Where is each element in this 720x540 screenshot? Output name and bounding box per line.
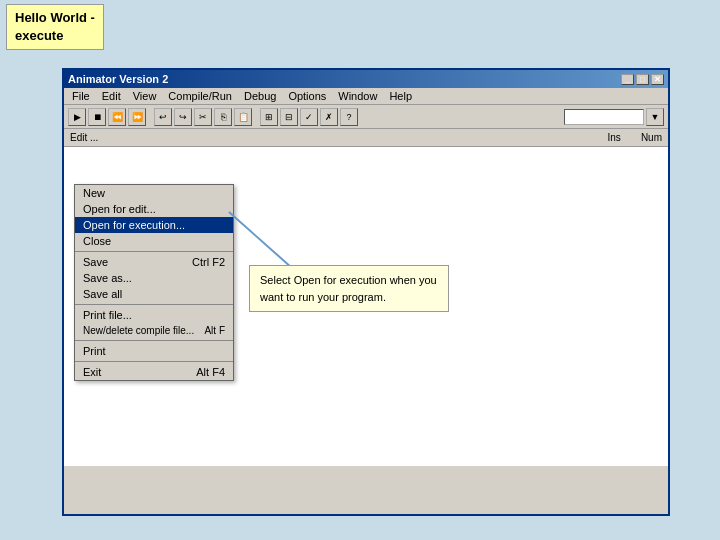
toolbar-dropdown-btn[interactable]: ▼ <box>646 108 664 126</box>
menu-debug[interactable]: Debug <box>238 89 282 103</box>
toolbar-btn-5[interactable]: ↩ <box>154 108 172 126</box>
window-title: Animator Version 2 <box>68 73 168 85</box>
callout-box: Select Open for execution when you want … <box>249 265 449 312</box>
title-bar: Animator Version 2 _ □ ✕ <box>64 70 668 88</box>
menu-help[interactable]: Help <box>383 89 418 103</box>
toolbar-btn-3[interactable]: ⏪ <box>108 108 126 126</box>
menu-edit[interactable]: Edit <box>96 89 127 103</box>
toolbar: ▶ ⏹ ⏪ ⏩ ↩ ↪ ✂ ⎘ 📋 ⊞ ⊟ ✓ ✗ ? ▼ <box>64 105 668 129</box>
menu-save-all[interactable]: Save all <box>75 286 233 302</box>
menu-open-edit[interactable]: Open for edit... <box>75 201 233 217</box>
toolbar-btn-10[interactable]: ⊞ <box>260 108 278 126</box>
menu-print-file[interactable]: Print file... <box>75 307 233 323</box>
animator-window: Animator Version 2 _ □ ✕ File Edit View … <box>62 68 670 516</box>
status-ins: Ins <box>608 132 621 143</box>
toolbar-btn-13[interactable]: ✗ <box>320 108 338 126</box>
callout-text: Select Open for execution when you want … <box>260 274 437 303</box>
menu-compile-run[interactable]: Compile/Run <box>162 89 238 103</box>
slide-title-line2: execute <box>15 28 63 43</box>
toolbar-btn-9[interactable]: 📋 <box>234 108 252 126</box>
menu-close[interactable]: Close <box>75 233 233 249</box>
menu-new-delete[interactable]: New/delete compile file...Alt F <box>75 323 233 338</box>
status-num: Num <box>641 132 662 143</box>
menu-view[interactable]: View <box>127 89 163 103</box>
window-controls: _ □ ✕ <box>621 74 664 85</box>
menu-options[interactable]: Options <box>282 89 332 103</box>
menu-save[interactable]: SaveCtrl F2 <box>75 254 233 270</box>
status-edit: Edit ... <box>70 132 98 143</box>
menu-print[interactable]: Print <box>75 343 233 359</box>
minimize-button[interactable]: _ <box>621 74 634 85</box>
menu-file[interactable]: File <box>66 89 96 103</box>
menu-window[interactable]: Window <box>332 89 383 103</box>
slide-title-line1: Hello World - <box>15 10 95 25</box>
status-line: Edit ... Ins Num <box>64 129 668 147</box>
toolbar-combo[interactable] <box>564 109 644 125</box>
close-button[interactable]: ✕ <box>651 74 664 85</box>
window-content: New Open for edit... Open for execution.… <box>64 147 668 540</box>
toolbar-btn-4[interactable]: ⏩ <box>128 108 146 126</box>
file-dropdown-menu: New Open for edit... Open for execution.… <box>74 184 234 381</box>
toolbar-btn-11[interactable]: ⊟ <box>280 108 298 126</box>
maximize-button[interactable]: □ <box>636 74 649 85</box>
toolbar-btn-2[interactable]: ⏹ <box>88 108 106 126</box>
toolbar-btn-8[interactable]: ⎘ <box>214 108 232 126</box>
toolbar-btn-1[interactable]: ▶ <box>68 108 86 126</box>
menu-bar: File Edit View Compile/Run Debug Options… <box>64 88 668 105</box>
toolbar-btn-12[interactable]: ✓ <box>300 108 318 126</box>
menu-save-as[interactable]: Save as... <box>75 270 233 286</box>
toolbar-btn-7[interactable]: ✂ <box>194 108 212 126</box>
menu-exit[interactable]: ExitAlt F4 <box>75 364 233 380</box>
help-button[interactable]: ? <box>340 108 358 126</box>
menu-open-execution[interactable]: Open for execution... <box>75 217 233 233</box>
toolbar-btn-6[interactable]: ↪ <box>174 108 192 126</box>
menu-new[interactable]: New <box>75 185 233 201</box>
slide-title: Hello World - execute <box>6 4 104 50</box>
